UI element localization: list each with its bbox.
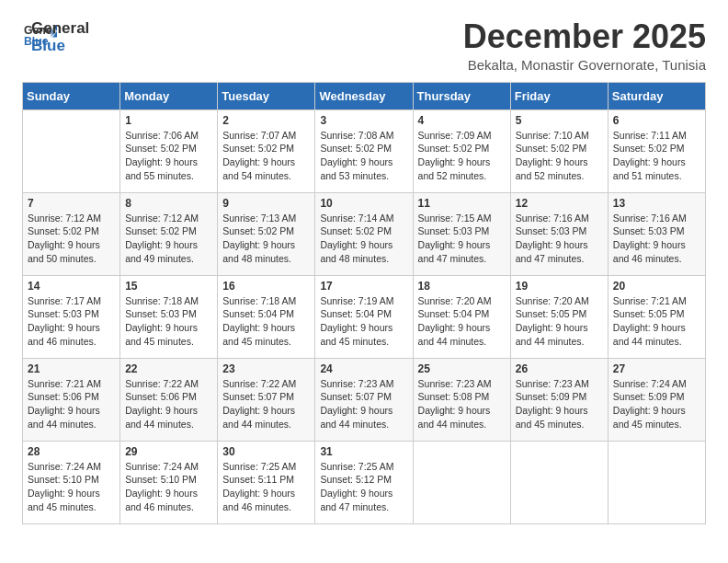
info-line: Daylight: 9 hours (320, 405, 392, 416)
day-number: 20 (613, 280, 700, 293)
info-line: Daylight: 9 hours (418, 239, 491, 250)
info-line: Sunrise: 7:22 AM (222, 378, 296, 389)
info-line: Daylight: 9 hours (613, 239, 686, 250)
info-line: and 52 minutes. (516, 170, 585, 181)
info-line: and 45 minutes. (222, 336, 291, 347)
info-line: Daylight: 9 hours (418, 156, 491, 167)
calendar-cell: 20Sunrise: 7:21 AMSunset: 5:05 PMDayligh… (608, 275, 705, 358)
info-line: Sunset: 5:03 PM (418, 225, 490, 236)
cell-info: Sunrise: 7:20 AMSunset: 5:05 PMDaylight:… (516, 294, 603, 349)
info-line: Sunrise: 7:06 AM (125, 130, 199, 141)
day-header-monday: Monday (120, 82, 218, 109)
info-line: Sunset: 5:02 PM (125, 143, 197, 154)
calendar-header-row: SundayMondayTuesdayWednesdayThursdayFrid… (23, 82, 706, 109)
info-line: Sunset: 5:02 PM (320, 143, 392, 154)
info-line: Sunrise: 7:14 AM (320, 213, 393, 224)
cell-info: Sunrise: 7:07 AMSunset: 5:02 PMDaylight:… (222, 129, 310, 183)
day-number: 15 (125, 280, 212, 293)
day-number: 10 (320, 197, 407, 210)
info-line: Daylight: 9 hours (125, 488, 198, 499)
info-line: Sunset: 5:02 PM (613, 143, 685, 154)
cell-info: Sunrise: 7:13 AMSunset: 5:02 PMDaylight:… (222, 212, 310, 266)
cell-info: Sunrise: 7:18 AMSunset: 5:04 PMDaylight:… (222, 294, 310, 349)
day-header-saturday: Saturday (608, 82, 705, 109)
day-number: 13 (613, 197, 700, 210)
info-line: Sunset: 5:11 PM (222, 474, 294, 485)
info-line: Sunrise: 7:16 AM (613, 213, 687, 224)
cell-info: Sunrise: 7:15 AMSunset: 5:03 PMDaylight:… (418, 212, 506, 266)
info-line: and 48 minutes. (320, 253, 389, 264)
day-number: 25 (418, 362, 506, 375)
info-line: Sunrise: 7:11 AM (613, 130, 687, 141)
calendar-week-2: 7Sunrise: 7:12 AMSunset: 5:02 PMDaylight… (23, 192, 706, 275)
cell-info: Sunrise: 7:19 AMSunset: 5:04 PMDaylight:… (320, 294, 407, 349)
info-line: and 50 minutes. (28, 253, 97, 264)
info-line: and 46 minutes. (222, 501, 291, 512)
calendar-cell: 18Sunrise: 7:20 AMSunset: 5:04 PMDayligh… (413, 275, 510, 358)
info-line: Daylight: 9 hours (222, 322, 295, 333)
cell-info: Sunrise: 7:20 AMSunset: 5:04 PMDaylight:… (418, 294, 506, 349)
info-line: and 46 minutes. (28, 336, 97, 347)
day-number: 4 (418, 114, 506, 127)
day-header-thursday: Thursday (413, 82, 510, 109)
day-header-wednesday: Wednesday (315, 82, 413, 109)
info-line: Sunset: 5:08 PM (418, 391, 490, 402)
info-line: Sunset: 5:07 PM (320, 391, 392, 402)
info-line: Daylight: 9 hours (125, 322, 198, 333)
calendar-cell: 19Sunrise: 7:20 AMSunset: 5:05 PMDayligh… (510, 275, 608, 358)
info-line: and 47 minutes. (320, 501, 389, 512)
calendar-cell: 16Sunrise: 7:18 AMSunset: 5:04 PMDayligh… (218, 275, 315, 358)
info-line: and 46 minutes. (613, 253, 682, 264)
day-number: 8 (125, 197, 212, 210)
calendar-week-5: 28Sunrise: 7:24 AMSunset: 5:10 PMDayligh… (23, 441, 706, 523)
day-number: 27 (613, 362, 700, 375)
info-line: Sunrise: 7:16 AM (516, 213, 589, 224)
info-line: Sunrise: 7:12 AM (125, 213, 199, 224)
info-line: and 44 minutes. (516, 336, 585, 347)
info-line: Sunrise: 7:25 AM (222, 461, 296, 472)
day-number: 7 (28, 197, 115, 210)
info-line: Sunset: 5:02 PM (125, 225, 197, 236)
cell-info: Sunrise: 7:22 AMSunset: 5:06 PMDaylight:… (125, 377, 212, 431)
info-line: Sunset: 5:02 PM (320, 225, 392, 236)
calendar-week-1: 1Sunrise: 7:06 AMSunset: 5:02 PMDaylight… (23, 109, 706, 192)
info-line: Daylight: 9 hours (418, 322, 491, 333)
day-number: 16 (222, 280, 310, 293)
info-line: and 55 minutes. (125, 170, 194, 181)
info-line: and 44 minutes. (125, 419, 194, 430)
day-number: 9 (222, 197, 310, 210)
info-line: Sunrise: 7:07 AM (222, 130, 296, 141)
info-line: and 44 minutes. (320, 419, 389, 430)
day-header-sunday: Sunday (23, 82, 120, 109)
info-line: Daylight: 9 hours (613, 322, 686, 333)
day-number: 28 (28, 445, 115, 458)
info-line: Sunset: 5:06 PM (125, 391, 197, 402)
cell-info: Sunrise: 7:25 AMSunset: 5:11 PMDaylight:… (222, 460, 310, 514)
calendar-week-4: 21Sunrise: 7:21 AMSunset: 5:06 PMDayligh… (23, 358, 706, 441)
cell-info: Sunrise: 7:25 AMSunset: 5:12 PMDaylight:… (320, 460, 407, 514)
calendar-table: SundayMondayTuesdayWednesdayThursdayFrid… (22, 82, 706, 524)
info-line: Daylight: 9 hours (125, 239, 198, 250)
info-line: Sunset: 5:05 PM (516, 308, 587, 319)
info-line: Sunrise: 7:15 AM (418, 213, 492, 224)
calendar-cell: 4Sunrise: 7:09 AMSunset: 5:02 PMDaylight… (413, 109, 510, 192)
info-line: and 44 minutes. (28, 419, 97, 430)
info-line: Daylight: 9 hours (28, 322, 100, 333)
info-line: Sunset: 5:03 PM (28, 308, 99, 319)
info-line: Sunset: 5:02 PM (222, 225, 294, 236)
info-line: Sunset: 5:10 PM (28, 474, 99, 485)
calendar-cell: 23Sunrise: 7:22 AMSunset: 5:07 PMDayligh… (218, 358, 315, 441)
info-line: and 45 minutes. (516, 419, 585, 430)
info-line: Daylight: 9 hours (320, 239, 392, 250)
day-number: 3 (320, 114, 407, 127)
calendar-cell: 29Sunrise: 7:24 AMSunset: 5:10 PMDayligh… (120, 441, 218, 523)
calendar-cell: 14Sunrise: 7:17 AMSunset: 5:03 PMDayligh… (23, 275, 120, 358)
page-header: General Blue General Blue December 2025 … (22, 18, 706, 73)
day-header-tuesday: Tuesday (218, 82, 315, 109)
info-line: Sunrise: 7:18 AM (125, 295, 199, 306)
calendar-cell: 22Sunrise: 7:22 AMSunset: 5:06 PMDayligh… (120, 358, 218, 441)
info-line: and 46 minutes. (125, 501, 194, 512)
calendar-week-3: 14Sunrise: 7:17 AMSunset: 5:03 PMDayligh… (23, 275, 706, 358)
month-title: December 2025 (463, 18, 706, 55)
info-line: Daylight: 9 hours (516, 156, 588, 167)
